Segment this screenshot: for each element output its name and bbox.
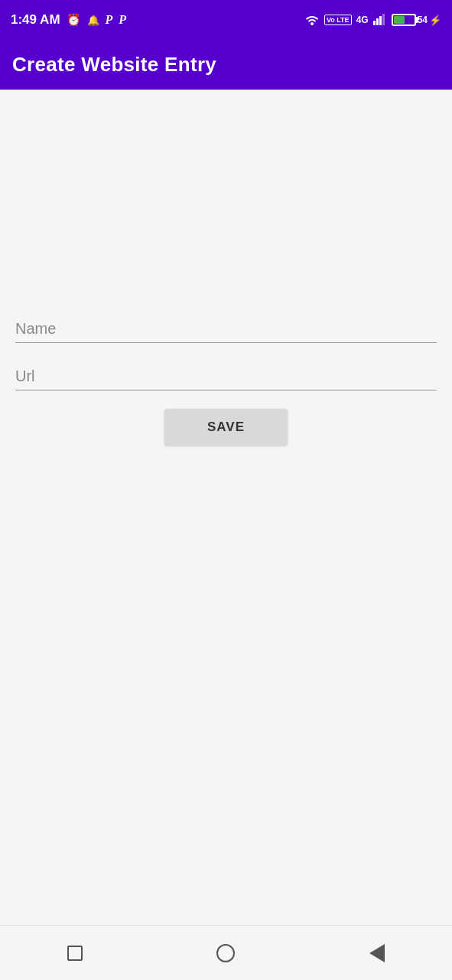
svg-rect-0 bbox=[373, 21, 376, 25]
4g-icon: 4G bbox=[356, 15, 369, 25]
save-button-container: SAVE bbox=[15, 409, 437, 446]
page-title: Create Website Entry bbox=[12, 53, 216, 77]
status-time: 1:49 AM bbox=[11, 12, 60, 28]
battery-percent: 54 bbox=[418, 15, 428, 25]
app-icon-p2: P bbox=[119, 13, 126, 27]
url-input-group bbox=[15, 361, 437, 390]
charging-icon: ⚡ bbox=[429, 15, 441, 26]
battery-fill bbox=[394, 16, 405, 24]
main-content: SAVE bbox=[0, 90, 452, 925]
recent-apps-button[interactable] bbox=[60, 938, 90, 969]
nav-bar bbox=[0, 925, 452, 980]
home-icon bbox=[216, 944, 235, 962]
svg-rect-3 bbox=[382, 14, 385, 25]
save-button[interactable]: SAVE bbox=[164, 409, 288, 446]
name-input[interactable] bbox=[15, 314, 437, 343]
volte-badge: Vo LTE bbox=[324, 15, 352, 25]
status-bar: 1:49 AM ⏰ 🔔 P P Vo LTE 4G 54 ⚡ bbox=[0, 0, 452, 40]
app-bar: Create Website Entry bbox=[0, 40, 452, 90]
battery-box bbox=[392, 14, 416, 26]
form-section: SAVE bbox=[15, 314, 437, 476]
alarm-icon: ⏰ bbox=[67, 13, 81, 27]
status-bar-right: Vo LTE 4G 54 ⚡ bbox=[304, 13, 441, 28]
svg-rect-1 bbox=[376, 18, 379, 25]
battery-indicator: 54 ⚡ bbox=[392, 14, 441, 26]
top-spacer bbox=[15, 90, 437, 314]
name-input-group bbox=[15, 314, 437, 343]
svg-rect-2 bbox=[379, 16, 382, 25]
bottom-spacer bbox=[15, 476, 437, 925]
wifi-icon bbox=[304, 13, 320, 28]
home-button[interactable] bbox=[209, 936, 242, 970]
url-input[interactable] bbox=[15, 361, 437, 390]
back-icon bbox=[369, 944, 385, 962]
signal-bars-icon bbox=[373, 13, 387, 28]
recent-apps-icon bbox=[67, 946, 83, 961]
notification-icon: 🔔 bbox=[87, 15, 99, 26]
app-icon-p1: P bbox=[106, 13, 113, 27]
back-button[interactable] bbox=[362, 936, 392, 970]
status-bar-left: 1:49 AM ⏰ 🔔 P P bbox=[11, 12, 126, 28]
